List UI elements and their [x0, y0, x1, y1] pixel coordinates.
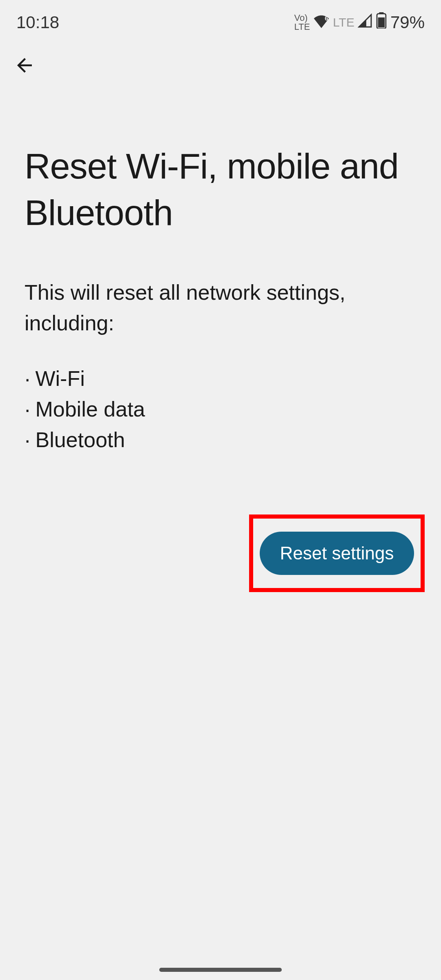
status-time: 10:18	[16, 13, 59, 32]
navigation-handle[interactable]	[159, 968, 282, 972]
back-button[interactable]	[12, 53, 37, 78]
lte-icon: LTE	[333, 16, 354, 29]
volte-icon: Vo)LTE	[294, 13, 310, 31]
description-block: This will reset all network settings, in…	[0, 236, 441, 456]
status-right: Vo)LTE 6 LTE 79%	[294, 12, 425, 33]
battery-percentage: 79%	[390, 13, 425, 32]
list-item: ·Bluetooth	[24, 425, 416, 455]
signal-icon	[358, 13, 372, 32]
highlight-box: Reset settings	[249, 514, 425, 592]
arrow-left-icon	[13, 54, 36, 76]
list-item: ·Mobile data	[24, 394, 416, 425]
svg-rect-3	[378, 18, 385, 28]
list-item: ·Wi-Fi	[24, 363, 416, 394]
svg-text:6: 6	[325, 15, 328, 22]
wifi-icon: 6	[313, 13, 330, 32]
toolbar	[0, 37, 441, 94]
reset-settings-button[interactable]: Reset settings	[260, 532, 414, 575]
status-bar: 10:18 Vo)LTE 6 LTE 79%	[0, 0, 441, 37]
page-title: Reset Wi-Fi, mobile and Bluetooth	[0, 94, 441, 236]
description-intro: This will reset all network settings, in…	[24, 277, 416, 339]
battery-icon	[376, 12, 387, 33]
